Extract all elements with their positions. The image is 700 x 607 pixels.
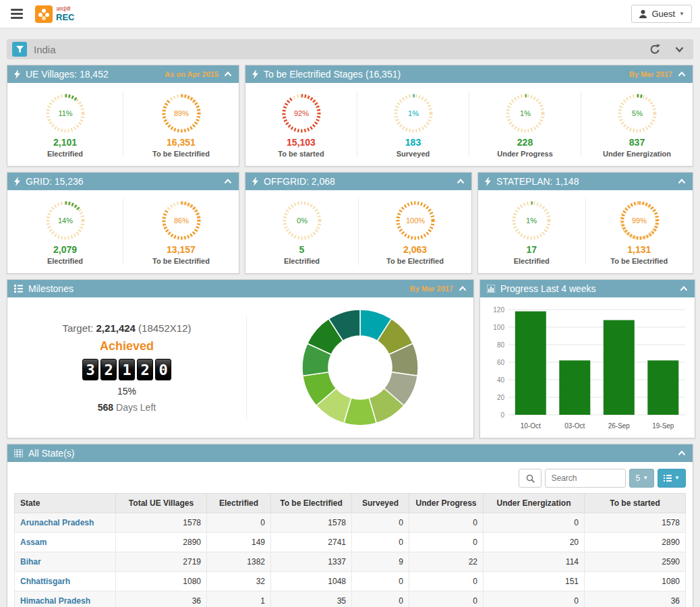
column-header-under-progress[interactable]: Under Progress — [409, 494, 484, 513]
collapse-all-button[interactable] — [671, 47, 688, 53]
table-cell: 36 — [585, 591, 686, 607]
target-value: 2,21,424 — [96, 322, 136, 334]
column-header-total-ue-villages[interactable]: Total UE Villages — [116, 494, 207, 513]
rec-logo-icon — [35, 5, 53, 23]
table-cell: 1 — [207, 591, 271, 607]
gauge-dial: 5% — [615, 91, 660, 136]
panel-stateplan: STATEPLAN: 1,148 1% 17 Electrified 99% 1… — [477, 172, 693, 274]
search-icon — [526, 474, 535, 483]
gauge-label: Electrified — [47, 257, 83, 265]
collapse-panel-button[interactable] — [678, 71, 686, 77]
refresh-icon — [649, 44, 660, 55]
days-left-value: 568 — [98, 402, 113, 413]
odometer-digit: 2 — [137, 359, 153, 380]
row-all-states: All State(s) 5 ▼ — [7, 444, 693, 607]
table-cell: 1382 — [207, 552, 271, 572]
table-row: Chhattisgarh1080321048001511080 — [15, 572, 686, 591]
all-states-body: 5 ▼ ▼ StateTotal UE VillagesElectrifiedT… — [7, 462, 693, 607]
panel-offgrid: OFFGRID: 2,068 0% 5 Electrified 100% 2,0… — [245, 172, 472, 274]
filter-button[interactable] — [12, 42, 27, 57]
table-cell: 1080 — [585, 572, 686, 591]
search-input[interactable] — [545, 469, 626, 488]
gauge-to-be-electrified: 86% 13,157 To be Electrified — [123, 198, 239, 265]
hamburger-menu-icon[interactable] — [8, 6, 26, 22]
page-size-value: 5 — [635, 473, 640, 483]
svg-text:20: 20 — [497, 394, 505, 401]
state-link[interactable]: Chhattisgarh — [15, 572, 116, 591]
table-cell: 1048 — [271, 572, 352, 591]
panel-header: STATEPLAN: 1,148 — [478, 173, 693, 190]
caret-down-icon: ▼ — [643, 475, 648, 481]
gauge-label: Electrified — [284, 257, 320, 265]
columns-button[interactable]: ▼ — [658, 469, 686, 488]
state-link[interactable]: Himachal Pradesh — [15, 591, 116, 607]
table-cell: 151 — [484, 572, 585, 591]
collapse-panel-button[interactable] — [680, 286, 688, 291]
gauge-under-progress: 1% 228 Under Progress — [469, 91, 581, 158]
target-line: Target: 2,21,424 (18452X12) — [7, 322, 246, 334]
region-label: India — [34, 44, 56, 55]
panel-header: GRID: 15,236 — [7, 173, 239, 190]
table-cell: 36 — [116, 591, 207, 607]
gauge-dial: 1% — [509, 198, 554, 243]
gauge-value: 2,101 — [53, 137, 77, 148]
table-cell: 22 — [409, 552, 484, 572]
gauge-under-energization: 5% 837 Under Energization — [581, 91, 693, 158]
state-link[interactable]: Arunachal Pradesh — [15, 513, 116, 533]
collapse-panel-button[interactable] — [224, 71, 232, 77]
state-link[interactable]: Bihar — [15, 552, 116, 572]
table-row: Himachal Pradesh3613500036 — [15, 591, 686, 607]
panel-grid: GRID: 15,236 14% 2,079 Electrified 86% 1… — [7, 172, 239, 274]
gauge-dial: 99% — [617, 198, 662, 243]
table-cell: 0 — [207, 513, 271, 533]
collapse-panel-button[interactable] — [678, 451, 686, 456]
table-cell: 0 — [409, 591, 484, 607]
donut-svg — [301, 308, 419, 427]
gauge-dial: 1% — [503, 91, 548, 136]
column-header-to-be-started[interactable]: To be started — [585, 494, 686, 513]
collapse-panel-button[interactable] — [224, 179, 232, 184]
bolt-icon — [485, 177, 491, 186]
svg-text:03-Oct: 03-Oct — [564, 422, 585, 430]
state-link[interactable]: Assam — [15, 533, 116, 552]
svg-text:40: 40 — [497, 376, 505, 384]
column-header-surveyed[interactable]: Surveyed — [352, 494, 409, 513]
odometer-digit: 2 — [100, 359, 117, 380]
by-date-badge: By Mar 2017 — [629, 70, 672, 78]
page-size-button[interactable]: 5 ▼ — [629, 469, 654, 488]
column-header-electrified[interactable]: Electrified — [207, 494, 271, 513]
gauge-value: 2,079 — [53, 244, 77, 255]
gauge-electrified: 11% 2,101 Electrified — [7, 91, 123, 158]
states-table-body: Arunachal Pradesh1578015780001578Assam28… — [15, 513, 686, 607]
column-header-under-energization[interactable]: Under Energization — [484, 494, 585, 513]
gauge-label: Surveyed — [397, 150, 430, 158]
target-formula: (18452X12) — [138, 322, 191, 334]
gauge-value: 15,103 — [287, 137, 316, 148]
gauge-percent: 92% — [293, 109, 308, 117]
collapse-panel-button[interactable] — [457, 179, 465, 184]
panel-all-states: All State(s) 5 ▼ — [7, 444, 693, 607]
panel-title: STATEPLAN: 1,148 — [496, 176, 579, 187]
user-menu-button[interactable]: Guest ▼ — [631, 5, 692, 23]
refresh-button[interactable] — [645, 44, 664, 55]
table-cell: 0 — [352, 572, 409, 591]
table-cell: 0 — [409, 513, 484, 533]
gauge-surveyed: 1% 183 Surveyed — [357, 91, 469, 158]
table-cell: 1337 — [271, 552, 352, 572]
table-cell: 0 — [352, 591, 409, 607]
collapse-panel-button[interactable] — [678, 179, 686, 184]
search-button[interactable] — [519, 469, 542, 488]
rec-logo[interactable]: आरईसी REC — [35, 5, 74, 23]
table-cell: 35 — [271, 591, 352, 607]
states-table: StateTotal UE VillagesElectrifiedTo be E… — [14, 493, 686, 607]
svg-text:26-Sep: 26-Sep — [608, 422, 631, 430]
gauge-percent: 0% — [297, 216, 308, 225]
caret-down-icon: ▼ — [679, 11, 684, 17]
table-controls: 5 ▼ ▼ — [14, 469, 686, 488]
gauge-label: To be Electrified — [610, 257, 668, 265]
collapse-panel-button[interactable] — [459, 286, 467, 291]
filter-bar: India — [7, 39, 693, 59]
column-header-to-be-electrified[interactable]: To be Electrified — [271, 494, 352, 513]
chevron-up-icon — [678, 451, 686, 456]
column-header-state[interactable]: State — [15, 494, 116, 513]
